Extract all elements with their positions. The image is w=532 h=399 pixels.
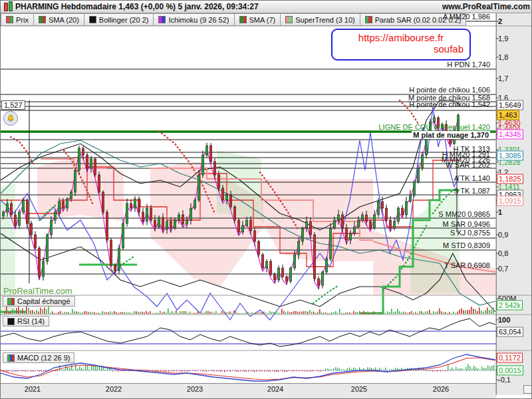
legend-item-4[interactable]: SMA (7): [235, 13, 281, 26]
volume-bar: [311, 312, 313, 314]
volume-bar: [281, 309, 283, 314]
volume-bar: [247, 312, 249, 314]
candle-body: [10, 203, 13, 215]
volume-bar: [86, 311, 87, 314]
volume-bar: [178, 313, 179, 314]
axis-tick-label: 0,8: [498, 249, 508, 257]
axis-value-box: 2 542k: [497, 301, 523, 311]
indicator-legend-bar: PrixSMA (20)Bollinger (20 2)Ichimoku (9 …: [1, 13, 466, 26]
volume-bar: [30, 311, 31, 314]
macd-hist-bar: [111, 369, 112, 370]
macd-hist-bar: [347, 368, 348, 370]
macd-legend-chip[interactable]: MACD (12 26 9): [3, 352, 74, 363]
chart-level-label: S MM20 0,9865: [438, 210, 490, 218]
candle-body: [353, 227, 356, 233]
candle-body: [22, 200, 25, 212]
macd-hist-bar: [61, 370, 62, 370]
volume-bar: [379, 312, 380, 314]
volume-bar: [196, 313, 197, 314]
volume-bar: [347, 312, 348, 314]
volume-bar: [273, 312, 275, 314]
macd-hist-bar: [462, 368, 462, 370]
macd-hist-bar: [280, 370, 281, 371]
alarm-bell-icon[interactable]: [3, 111, 18, 126]
volume-bar: [8, 312, 9, 314]
macd-icon: [7, 354, 15, 362]
volume-bar: [54, 313, 55, 314]
volume-bar: [110, 311, 111, 314]
macd-hist-bar: [487, 365, 488, 370]
macd-hist-bar: [208, 370, 209, 371]
legend-color-icon: [6, 16, 13, 23]
rsi-legend-chip[interactable]: RSI (14): [3, 316, 49, 327]
volume-bar: [475, 309, 476, 314]
volume-bar: [172, 311, 173, 314]
macd-hist-bar: [353, 368, 354, 370]
axis-tick-label: 0,9: [498, 231, 508, 239]
macd-hist-bar: [442, 370, 443, 371]
volume-bar: [357, 312, 358, 314]
macd-hist-bar: [466, 367, 466, 370]
macd-hist-bar: [116, 370, 117, 371]
macd-hist-bar: [428, 370, 429, 371]
volume-bar: [407, 313, 408, 314]
chart-level-label: W SAR 1,202: [446, 161, 490, 169]
candle-body: [146, 208, 148, 221]
candle-body: [249, 220, 252, 231]
macd-hist-bar: [230, 370, 231, 372]
volume-bar: [221, 311, 223, 314]
legend-item-1[interactable]: SMA (20): [34, 13, 84, 26]
axis-value-box: 1,463: [497, 110, 519, 120]
year-label: 2026: [433, 385, 449, 393]
axis-tick-label: 2: [498, 17, 502, 25]
macd-hist-bar: [190, 370, 191, 371]
macd-hist-bar: [335, 367, 336, 370]
macd-hist-bar: [194, 370, 195, 371]
axis-corner-icon[interactable]: [523, 385, 532, 394]
macd-hist-bar: [467, 364, 468, 370]
candle-body: [229, 195, 232, 207]
macd-hist-bar: [7, 370, 8, 372]
volume-bar: [385, 313, 386, 314]
legend-item-5[interactable]: SuperTrend (3 10): [281, 13, 360, 26]
candle-body: [158, 217, 160, 227]
volume-bar: [62, 313, 63, 314]
macd-line: [1, 354, 495, 381]
volume-bar: [279, 313, 281, 314]
volume-bar: [431, 313, 432, 314]
annotation-box[interactable]: https://amibourse.fr soufab: [331, 29, 471, 61]
volume-bar: [301, 312, 303, 314]
volume-bar: [253, 313, 255, 314]
macd-hist-bar: [15, 370, 16, 372]
macd-hist-bar: [212, 370, 213, 371]
volume-legend-chip[interactable]: Capital échangé: [3, 296, 75, 307]
volume-bar: [373, 311, 374, 314]
volume-bar: [363, 311, 364, 314]
volume-bar: [134, 311, 135, 314]
macd-hist-bar: [299, 370, 299, 371]
volume-bar: [359, 311, 360, 314]
macd-hist-bar: [202, 370, 203, 371]
volume-bar: [194, 313, 195, 314]
volume-bar: [52, 311, 53, 314]
macd-hist-bar: [242, 370, 243, 371]
volume-bar: [146, 311, 147, 314]
volume-bar: [465, 310, 466, 314]
macd-hist-bar: [89, 370, 90, 370]
macd-hist-bar: [477, 368, 478, 370]
legend-item-0[interactable]: Prix: [1, 13, 34, 26]
legend-item-2[interactable]: Bollinger (20 2): [84, 13, 154, 26]
legend-item-3[interactable]: Ichimoku (9 26 52): [154, 13, 234, 26]
volume-bar: [200, 313, 201, 314]
volume-bar: [285, 313, 287, 314]
legend-label: SMA (7): [249, 16, 276, 24]
candle-body: [122, 223, 124, 248]
left-price-tag: 1,527: [1, 100, 25, 110]
volume-bar: [297, 312, 299, 314]
volume-bar: [92, 313, 93, 314]
prorealtime-link[interactable]: www.ProRealTime.com: [442, 2, 530, 11]
macd-hist-bar: [289, 370, 289, 371]
volume-bar: [483, 312, 484, 314]
macd-hist-bar: [226, 370, 227, 371]
macd-hist-bar: [240, 370, 241, 371]
